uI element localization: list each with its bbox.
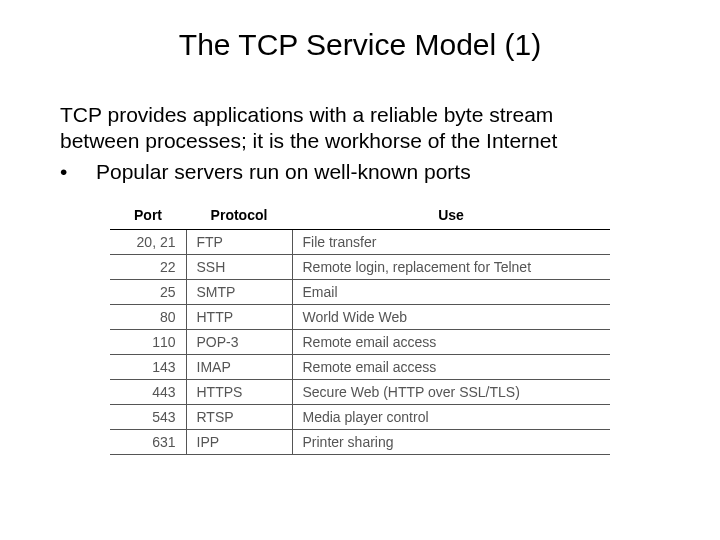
table-row: 631IPPPrinter sharing [110, 429, 610, 454]
cell-port: 443 [110, 379, 186, 404]
table-header-row: Port Protocol Use [110, 205, 610, 230]
table-row: 110POP-3Remote email access [110, 329, 610, 354]
ports-table-container: Port Protocol Use 20, 21FTPFile transfer… [110, 205, 610, 455]
cell-use: File transfer [292, 229, 610, 254]
cell-protocol: SSH [186, 254, 292, 279]
cell-protocol: RTSP [186, 404, 292, 429]
cell-use: World Wide Web [292, 304, 610, 329]
cell-protocol: IPP [186, 429, 292, 454]
cell-port: 22 [110, 254, 186, 279]
table-row: 443HTTPSSecure Web (HTTP over SSL/TLS) [110, 379, 610, 404]
cell-use: Media player control [292, 404, 610, 429]
table-row: 22SSHRemote login, replacement for Telne… [110, 254, 610, 279]
intro-line-2: between processes; it is the workhorse o… [60, 129, 557, 152]
cell-use: Remote email access [292, 354, 610, 379]
intro-paragraph: TCP provides applications with a reliabl… [60, 102, 660, 155]
cell-port: 80 [110, 304, 186, 329]
intro-line-1: TCP provides applications with a reliabl… [60, 103, 553, 126]
bullet-mark: • [60, 159, 96, 185]
ports-table: Port Protocol Use 20, 21FTPFile transfer… [110, 205, 610, 455]
table-row: 25SMTPEmail [110, 279, 610, 304]
cell-port: 110 [110, 329, 186, 354]
cell-use: Printer sharing [292, 429, 610, 454]
cell-protocol: IMAP [186, 354, 292, 379]
bullet-item: • Popular servers run on well-known port… [60, 159, 660, 185]
cell-port: 631 [110, 429, 186, 454]
bullet-text: Popular servers run on well-known ports [96, 159, 471, 185]
cell-protocol: SMTP [186, 279, 292, 304]
cell-use: Remote email access [292, 329, 610, 354]
col-header-port: Port [110, 205, 186, 230]
cell-port: 143 [110, 354, 186, 379]
table-row: 20, 21FTPFile transfer [110, 229, 610, 254]
col-header-use: Use [292, 205, 610, 230]
cell-use: Secure Web (HTTP over SSL/TLS) [292, 379, 610, 404]
slide: The TCP Service Model (1) TCP provides a… [0, 0, 720, 540]
cell-port: 543 [110, 404, 186, 429]
cell-port: 25 [110, 279, 186, 304]
cell-protocol: FTP [186, 229, 292, 254]
cell-use: Remote login, replacement for Telnet [292, 254, 610, 279]
col-header-protocol: Protocol [186, 205, 292, 230]
page-title: The TCP Service Model (1) [60, 28, 660, 62]
cell-protocol: HTTPS [186, 379, 292, 404]
table-row: 143IMAPRemote email access [110, 354, 610, 379]
cell-protocol: POP-3 [186, 329, 292, 354]
table-row: 80HTTPWorld Wide Web [110, 304, 610, 329]
cell-protocol: HTTP [186, 304, 292, 329]
cell-port: 20, 21 [110, 229, 186, 254]
cell-use: Email [292, 279, 610, 304]
table-row: 543RTSPMedia player control [110, 404, 610, 429]
